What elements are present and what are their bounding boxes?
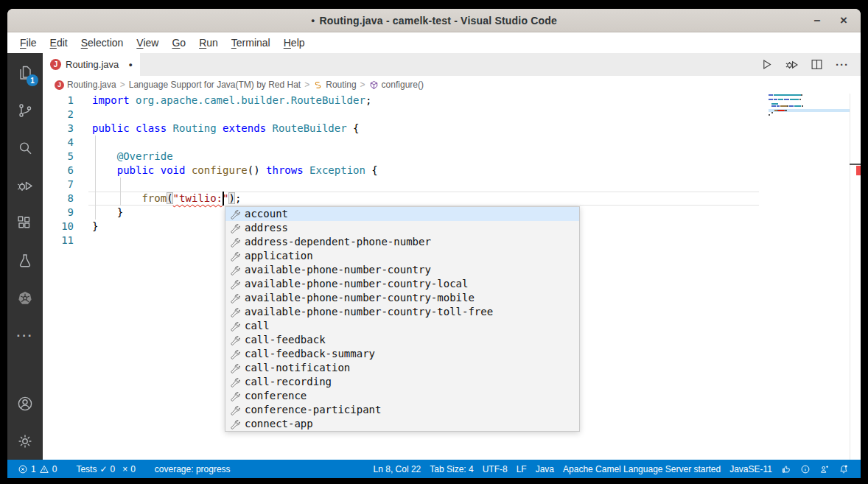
more-actions-icon[interactable]: ···: [836, 58, 849, 71]
line-number: 8: [43, 192, 92, 206]
error-icon: [18, 464, 28, 474]
feedback-icon[interactable]: [815, 464, 834, 474]
code-line-5[interactable]: 5 @Override: [43, 150, 861, 164]
code-line-6[interactable]: 6 public void configure() throws Excepti…: [43, 164, 861, 178]
debug-run-icon[interactable]: [785, 58, 798, 71]
suggestion-call-feedback-summary[interactable]: call-feedback-summary: [225, 347, 579, 361]
code-line-1[interactable]: 1import org.apache.camel.builder.RouteBu…: [43, 94, 861, 108]
cross-icon: ×: [122, 464, 127, 474]
menu-bar: FileEditSelectionViewGoRunTerminalHelp: [7, 32, 861, 53]
vscode-window: ● Routing.java - camelk-test - Visual St…: [7, 9, 861, 478]
suggestion-address-dependent-phone-number[interactable]: address-dependent-phone-number: [225, 235, 579, 249]
overview-ruler[interactable]: [850, 94, 850, 460]
more-tools-icon[interactable]: ···: [7, 317, 43, 354]
camel-server-status[interactable]: Apache Camel Language Server started: [559, 464, 725, 474]
explorer-icon[interactable]: 1: [7, 54, 43, 91]
menu-item-file[interactable]: File: [13, 35, 43, 51]
line-number: 11: [43, 234, 92, 248]
suggestion-application[interactable]: application: [225, 249, 579, 263]
code-line-8[interactable]: 8 from("twilio:");: [43, 192, 861, 206]
title-bar[interactable]: ● Routing.java - camelk-test - Visual St…: [7, 9, 861, 32]
coverage-status[interactable]: coverage: progress: [150, 460, 235, 478]
thumbs-up-icon[interactable]: [777, 464, 796, 474]
search-icon[interactable]: [7, 129, 43, 166]
menu-item-view[interactable]: View: [130, 35, 165, 51]
breadcrumb-item[interactable]: Routing: [313, 80, 356, 90]
tab-bar: J Routing.java ● ···: [43, 53, 861, 76]
breadcrumb: JRouting.java>Language Support for Java(…: [43, 76, 861, 94]
modified-dot: ●: [311, 17, 315, 24]
account-icon[interactable]: [7, 385, 43, 422]
suggestion-available-phone-number-country[interactable]: available-phone-number-country: [225, 263, 579, 277]
tab-routing-java[interactable]: J Routing.java ●: [43, 53, 140, 76]
autocomplete-popup: accountaddressaddress-dependent-phone-nu…: [225, 206, 580, 432]
encoding-indicator[interactable]: UTF-8: [478, 464, 512, 474]
warning-icon: [39, 464, 49, 474]
menu-item-terminal[interactable]: Terminal: [225, 35, 277, 51]
settings-gear-icon[interactable]: [7, 422, 43, 460]
code-line-7[interactable]: 7: [43, 178, 861, 192]
minimap[interactable]: [769, 94, 850, 460]
menu-item-selection[interactable]: Selection: [74, 35, 130, 51]
suggestion-available-phone-number-country-toll-free[interactable]: available-phone-number-country-toll-free: [225, 305, 579, 319]
run-debug-icon[interactable]: [7, 166, 43, 204]
indentation-indicator[interactable]: Tab Size: 4: [425, 464, 477, 474]
cursor-position-indicator[interactable]: Ln 8, Col 22: [369, 464, 426, 474]
notifications-bell-icon[interactable]: [834, 464, 853, 474]
split-editor-icon[interactable]: [811, 58, 823, 71]
suggestion-conference-participant[interactable]: conference-participant: [225, 403, 579, 417]
code-line-3[interactable]: 3public class Routing extends RouteBuild…: [43, 122, 861, 136]
suggestion-address[interactable]: address: [225, 221, 579, 235]
line-number: 7: [43, 178, 92, 192]
problems-indicator[interactable]: 1 0: [13, 460, 61, 478]
activity-bar: 1···: [7, 53, 43, 460]
line-number: 10: [43, 220, 92, 234]
code-line-2[interactable]: 2: [43, 108, 861, 122]
line-number: 2: [43, 108, 92, 122]
language-indicator[interactable]: Java: [531, 464, 559, 474]
overview-ruler-error-marker: [856, 166, 861, 175]
menu-item-run[interactable]: Run: [192, 35, 225, 51]
test-beaker-icon[interactable]: [7, 242, 43, 279]
menu-item-help[interactable]: Help: [277, 35, 312, 51]
menu-item-edit[interactable]: Edit: [43, 35, 74, 51]
tests-status[interactable]: Tests ✓ 0 × 0: [71, 460, 139, 478]
extensions-icon[interactable]: [7, 204, 43, 242]
breadcrumb-item[interactable]: configure(): [369, 80, 424, 90]
kubernetes-icon[interactable]: [7, 279, 43, 317]
source-control-icon[interactable]: [7, 91, 43, 129]
info-icon[interactable]: [796, 464, 815, 474]
suggestion-conference[interactable]: conference: [225, 389, 579, 403]
line-number: 3: [43, 122, 92, 136]
line-number: 5: [43, 150, 92, 164]
suggestion-available-phone-number-country-local[interactable]: available-phone-number-country-local: [225, 277, 579, 291]
line-number: 9: [43, 206, 92, 220]
java-file-icon: J: [50, 59, 61, 70]
breadcrumb-item[interactable]: JRouting.java: [55, 80, 116, 90]
suggestion-call-notification[interactable]: call-notification: [225, 361, 579, 375]
suggestion-available-phone-number-country-mobile[interactable]: available-phone-number-country-mobile: [225, 291, 579, 305]
minimize-button[interactable]: –: [806, 9, 828, 32]
code-editor[interactable]: 1import org.apache.camel.builder.RouteBu…: [43, 94, 861, 460]
close-button[interactable]: ×: [833, 9, 855, 32]
suggestion-call-feedback[interactable]: call-feedback: [225, 333, 579, 347]
line-number: 6: [43, 164, 92, 178]
eol-indicator[interactable]: LF: [512, 464, 531, 474]
line-number: 4: [43, 136, 92, 150]
check-icon: ✓: [99, 464, 107, 474]
suggestion-account[interactable]: account: [225, 207, 579, 221]
editor-actions: ···: [760, 53, 861, 76]
text-cursor: [223, 192, 224, 206]
window-title: Routing.java - camelk-test - Visual Stud…: [319, 15, 557, 27]
breadcrumb-item[interactable]: Language Support for Java(TM) by Red Hat: [129, 80, 301, 90]
tab-label: Routing.java: [66, 59, 119, 70]
java-runtime-indicator[interactable]: JavaSE-11: [725, 464, 777, 474]
tab-modified-dot[interactable]: ●: [129, 61, 133, 69]
suggestion-call-recording[interactable]: call-recording: [225, 375, 579, 389]
run-icon[interactable]: [760, 58, 773, 71]
suggestion-call[interactable]: call: [225, 319, 579, 333]
suggestion-connect-app[interactable]: connect-app: [225, 417, 579, 431]
explorer-badge: 1: [27, 74, 38, 86]
code-line-4[interactable]: 4: [43, 136, 861, 150]
menu-item-go[interactable]: Go: [165, 35, 192, 51]
